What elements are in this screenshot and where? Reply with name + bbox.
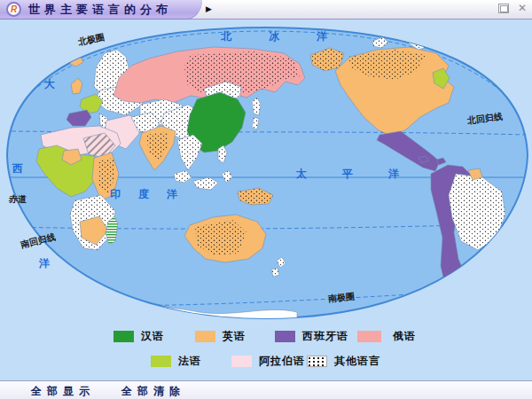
legend-swatch-chinese <box>113 331 134 342</box>
play-icon[interactable]: ▶ <box>206 4 212 13</box>
legend-swatch-english <box>195 331 215 342</box>
legend-item-chinese[interactable]: 汉语 <box>113 329 164 344</box>
page-title: 世界主要语言的分布 <box>28 0 172 20</box>
clear-all-button[interactable]: 全部清除 <box>121 384 185 399</box>
legend-item-french[interactable]: 法语 <box>151 354 201 369</box>
world-map <box>0 0 532 399</box>
legend-label-spanish: 西班牙语 <box>302 329 348 344</box>
legend-label-other: 其他语言 <box>334 354 380 369</box>
legend-swatch-arabic <box>231 356 252 367</box>
legend-swatch-spanish <box>275 331 295 342</box>
legend-label-chinese: 汉语 <box>141 329 164 344</box>
legend-label-arabic: 阿拉伯语 <box>259 354 305 369</box>
legend-label-russian: 俄语 <box>393 329 416 344</box>
legend-item-other[interactable]: 其他语言 <box>307 354 380 369</box>
legend-label-english: 英语 <box>223 329 246 344</box>
legend-item-english[interactable]: 英语 <box>195 329 246 344</box>
show-all-button[interactable]: 全部显示 <box>31 384 95 399</box>
legend-label-french: 法语 <box>178 354 201 369</box>
legend-item-spanish[interactable]: 西班牙语 <box>275 329 348 344</box>
app-window: 北冰洋 太平洋 印度洋 大 西 洋 北极圈 北回归线 赤道 南回归线 南极圈 汉… <box>0 0 532 399</box>
legend-swatch-french <box>151 356 171 367</box>
title-bar: R 世界主要语言的分布 ▶ ✕ <box>0 0 532 20</box>
restore-window-icon[interactable] <box>498 4 509 13</box>
legend-swatch-other-languages <box>307 356 327 367</box>
app-logo-icon: R <box>6 2 21 17</box>
legend-swatch-russian <box>357 331 381 342</box>
close-window-icon[interactable]: ✕ <box>516 2 528 15</box>
legend-item-russian[interactable]: 俄语 <box>357 329 416 344</box>
legend-item-arabic[interactable]: 阿拉伯语 <box>231 354 305 369</box>
bottom-toolbar: 全部显示 全部清除 <box>0 380 532 399</box>
region-new-zealand-south <box>271 268 279 277</box>
